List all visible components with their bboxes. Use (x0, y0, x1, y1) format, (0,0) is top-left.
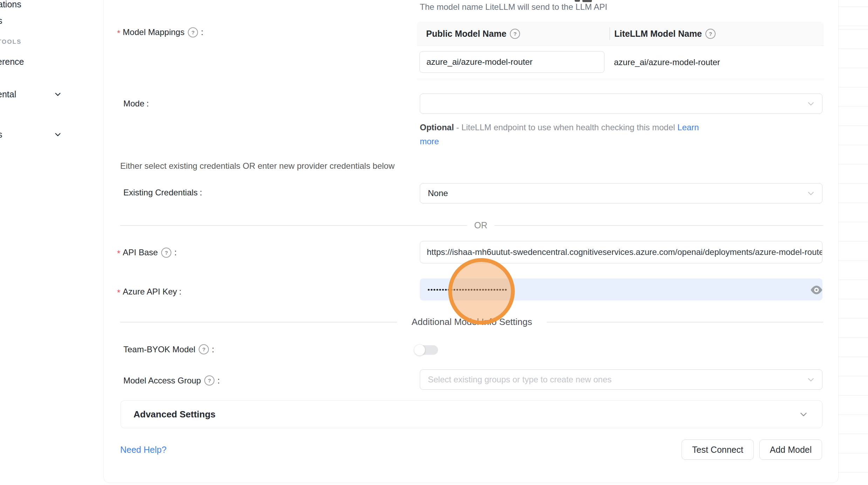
need-help-link[interactable]: Need Help? (120, 445, 166, 455)
model-name-hint: The model name LiteLLM will send to the … (420, 2, 607, 12)
chevron-down-icon[interactable] (54, 131, 62, 138)
add-model-page: ations s TOOLS erence ental s The model … (0, 0, 868, 485)
existing-credentials-label: Existing Credentials : (123, 188, 202, 198)
team-byok-toggle[interactable] (415, 345, 438, 355)
chevron-down-icon (807, 375, 815, 384)
help-icon[interactable]: ? (204, 375, 214, 386)
api-base-label: * API Base ? : (117, 247, 177, 258)
existing-credentials-select[interactable]: None (420, 183, 822, 203)
section-divider-line (547, 322, 823, 323)
credentials-hint: Either select existing credentials OR en… (120, 161, 395, 171)
add-model-button[interactable]: Add Model (759, 439, 822, 460)
sidebar-item-settings[interactable]: s (0, 130, 2, 139)
chevron-down-icon (799, 410, 808, 419)
column-divider (609, 27, 610, 40)
help-icon[interactable]: ? (161, 248, 171, 258)
or-divider-line (494, 225, 823, 226)
or-divider-line (120, 225, 467, 226)
sidebar-item-reference[interactable]: erence (0, 57, 24, 66)
team-byok-label: Team-BYOK Model ? : (123, 344, 214, 354)
model-mappings-table: Public Model Name ? LiteLLM Model Name ?… (417, 22, 824, 79)
model-mapping-row: azure_ai/azure-model-router azure_ai/azu… (417, 46, 824, 79)
model-mappings-header: Public Model Name ? LiteLLM Model Name ? (417, 22, 824, 46)
clipped-text-fragment (575, 0, 580, 2)
help-icon[interactable]: ? (510, 29, 520, 39)
litellm-model-name-value: azure_ai/azure-model-router (614, 46, 720, 79)
chevron-down-icon (807, 99, 815, 108)
chevron-down-icon (807, 189, 815, 198)
advanced-settings-panel[interactable]: Advanced Settings (121, 400, 822, 428)
help-icon[interactable]: ? (199, 344, 209, 354)
required-asterisk: * (117, 249, 120, 258)
sidebar-item[interactable]: s (0, 16, 2, 25)
litellm-model-name-header: LiteLLM Model Name ? (609, 29, 824, 39)
background-table-rows (839, 0, 868, 485)
mode-label: Mode : (123, 99, 149, 109)
eye-icon[interactable] (810, 285, 823, 295)
sidebar-item-organizations[interactable]: ations (0, 0, 21, 9)
mode-select[interactable] (420, 93, 822, 114)
azure-api-key-label: * Azure API Key : (117, 286, 182, 298)
section-divider-line (120, 322, 397, 323)
model-access-group-label: Model Access Group ? : (123, 375, 220, 386)
model-access-group-select[interactable]: Select existing groups or type to create… (420, 369, 822, 390)
click-indicator (448, 258, 515, 325)
required-asterisk: * (117, 28, 120, 38)
model-mappings-label: * Model Mappings ? : (117, 26, 203, 38)
mode-help-text: Optional - LiteLLM endpoint to use when … (420, 120, 711, 148)
sidebar-section-tools: TOOLS (0, 39, 21, 45)
test-connect-button[interactable]: Test Connect (682, 439, 754, 460)
public-model-name-input[interactable]: azure_ai/azure-model-router (419, 51, 604, 73)
help-icon[interactable]: ? (705, 29, 716, 39)
help-icon[interactable]: ? (188, 27, 198, 37)
toggle-knob (414, 345, 425, 355)
or-divider-text: OR (468, 220, 493, 230)
public-model-name-header: Public Model Name ? (417, 29, 609, 39)
sidebar-item-experimental[interactable]: ental (0, 90, 16, 99)
chevron-down-icon[interactable] (54, 90, 62, 98)
required-asterisk: * (117, 288, 120, 298)
